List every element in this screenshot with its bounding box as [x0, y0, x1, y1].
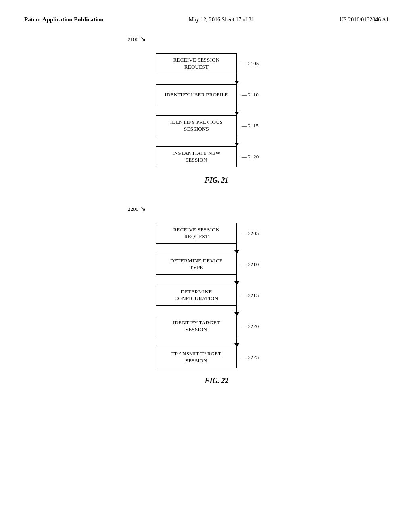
fig21-diagram-id: 2100 ↘ — [128, 35, 146, 43]
fig21-arrow-2 — [234, 105, 239, 115]
fig22-arrow-1 — [234, 244, 239, 254]
fig21-label-2115: — 2115 — [242, 123, 259, 129]
fig21-box-2105: RECEIVE SESSIONREQUEST — [156, 53, 237, 74]
fig21-box-2115: IDENTIFY PREVIOUSSESSIONS — [156, 115, 237, 136]
fig21-label-2105: — 2105 — [242, 60, 259, 67]
fig22-label-2225: — 2225 — [242, 354, 259, 361]
fig22-flowchart: RECEIVE SESSIONREQUEST — 2205 DETERMINE … — [126, 205, 307, 368]
patent-number: US 2016/0132046 A1 — [340, 17, 389, 23]
fig22-label-2215: — 2215 — [242, 292, 259, 299]
fig21-box-2120: INSTANTIATE NEWSESSION — [156, 146, 237, 167]
fig22-arrow-4 — [234, 337, 239, 347]
fig21-caption: FIG. 21 — [20, 176, 413, 185]
fig21-diagram: 2100 ↘ RECEIVE SESSIONREQUEST — 2105 IDE… — [106, 31, 307, 167]
fig21-label-2110: — 2110 — [242, 91, 259, 98]
sheet-info: May 12, 2016 Sheet 17 of 31 — [189, 17, 254, 23]
fig21-row-2115: IDENTIFY PREVIOUSSESSIONS — 2115 — [156, 115, 277, 136]
fig22-box-2210: DETERMINE DEVICETYPE — [156, 254, 237, 275]
fig22-diagram-id: 2200 ↘ — [128, 205, 146, 212]
fig21-arrow-1 — [234, 74, 239, 84]
fig22-label-2210: — 2210 — [242, 261, 259, 268]
publication-label: Patent Application Publication — [24, 16, 104, 23]
fig22-row-2215: DETERMINECONFIGURATION — 2215 — [156, 285, 277, 306]
fig22-row-2220: IDENTIFY TARGETSESSION — 2220 — [156, 316, 277, 337]
fig22-box-2225: TRANSMIT TARGETSESSION — [156, 347, 237, 368]
fig22-row-2210: DETERMINE DEVICETYPE — 2210 — [156, 254, 277, 275]
fig22-box-2205: RECEIVE SESSIONREQUEST — [156, 223, 237, 244]
fig21-row-2110: IDENTIFY USER PROFILE — 2110 — [156, 84, 277, 105]
fig22-diagram: 2200 ↘ RECEIVE SESSIONREQUEST — 2205 DET… — [106, 201, 307, 368]
fig22-caption: FIG. 22 — [20, 377, 413, 385]
fig21-row-2105: RECEIVE SESSIONREQUEST — 2105 — [156, 53, 277, 74]
fig22-arrow-2 — [234, 275, 239, 285]
fig21-row-2120: INSTANTIATE NEWSESSION — 2120 — [156, 146, 277, 167]
fig21-box-2110: IDENTIFY USER PROFILE — [156, 84, 237, 105]
page-header: Patent Application Publication May 12, 2… — [0, 0, 413, 31]
fig22-row-2205: RECEIVE SESSIONREQUEST — 2205 — [156, 223, 277, 244]
fig21-flowchart: RECEIVE SESSIONREQUEST — 2105 IDENTIFY U… — [126, 35, 307, 167]
fig22-box-2215: DETERMINECONFIGURATION — [156, 285, 237, 306]
fig22-arrow-3 — [234, 306, 239, 316]
fig22-row-2225: TRANSMIT TARGETSESSION — 2225 — [156, 347, 277, 368]
fig22-box-2220: IDENTIFY TARGETSESSION — [156, 316, 237, 337]
fig21-arrow-3 — [234, 136, 239, 146]
fig22-label-2220: — 2220 — [242, 323, 259, 330]
fig22-label-2205: — 2205 — [242, 230, 259, 237]
fig21-label-2120: — 2120 — [242, 154, 259, 160]
